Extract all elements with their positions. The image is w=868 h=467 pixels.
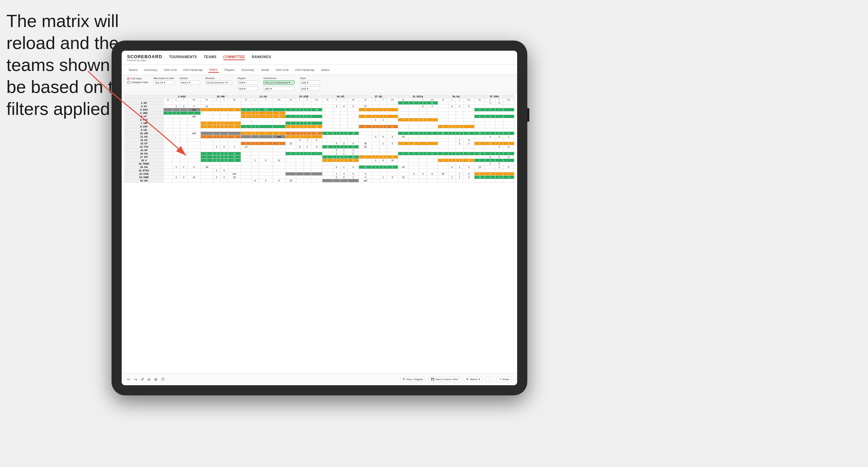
table-row: 15. UF010 (125, 149, 514, 152)
cell-19-0-l: 1 (172, 166, 180, 169)
team-select2[interactable]: (All) ▾ (300, 87, 320, 91)
cell-21-6-t: 3 (419, 172, 427, 176)
clock-icon[interactable]: ⏱ (161, 377, 165, 382)
cell-10-1-l: 1 (213, 135, 220, 139)
cell-12-7-l (448, 142, 456, 145)
cell-5-3-l (296, 118, 304, 122)
share-icon: ↗ (499, 378, 501, 381)
compact-view-radio[interactable]: Compact View (127, 81, 148, 84)
max-teams-label: Max teams in view (153, 77, 174, 79)
cell-6-7-l (448, 122, 456, 125)
cell-18-8-l: 1 (485, 162, 496, 166)
view-toggle: Full View Compact View (127, 77, 148, 84)
subnav-players[interactable]: Players (223, 68, 236, 72)
max-teams-select[interactable]: Top 25 ▾ (153, 80, 174, 85)
subnav-teams[interactable]: Teams (127, 68, 139, 72)
undo-icon[interactable]: ↩ (127, 377, 130, 382)
subnav-h2h-heatmap2[interactable]: H2H Heatmap (294, 68, 316, 72)
subnav-detail[interactable]: Detail (260, 68, 270, 72)
cell-12-1-t (220, 142, 228, 145)
redo-icon[interactable]: ↪ (134, 377, 137, 382)
cell-20-2-l (251, 169, 259, 172)
cell-8-5-dif (387, 128, 398, 132)
subnav-matrix2[interactable]: Matrix (320, 68, 331, 72)
refresh-icon[interactable]: ↺ (141, 377, 144, 382)
cell-13-5-dif (387, 145, 398, 149)
matrix-sub-corner (125, 98, 164, 101)
cell-23-4-w (322, 179, 333, 182)
cell-12-8-t: 0 (496, 142, 503, 145)
cell-17-5-t: 0 (379, 159, 387, 162)
sub-w-6: W (359, 98, 372, 101)
cell-16-5-dif: 10 (387, 155, 398, 159)
cell-15-1-l: 1 (213, 152, 220, 155)
cell-14-2-t (259, 149, 272, 152)
cell-6-7-t (456, 122, 463, 125)
nav-committee[interactable]: COMMITTEE (223, 55, 245, 60)
col-header-uo: 24. UO (322, 95, 359, 98)
cell-14-5-t (379, 149, 387, 152)
cell-7-5-t: 0 (379, 125, 387, 128)
full-view-radio[interactable]: Full View (127, 77, 148, 80)
conference-select[interactable]: Pac-12 Conference ▾ (263, 80, 294, 85)
cell-5-5-l: 1 (372, 118, 379, 122)
zoom-in-icon[interactable]: ⊕ (154, 377, 158, 382)
more-options-button[interactable]: ⋯ (486, 377, 493, 382)
nav-teams[interactable]: TEAMS (204, 55, 217, 60)
nav-rankings[interactable]: RANKINGS (252, 55, 271, 60)
cell-12-5-t: 1 (379, 142, 387, 145)
subnav-h2h-grid[interactable]: H2H Grid (163, 68, 178, 72)
cell-21-2-w (241, 172, 251, 176)
cell-21-8-w: 0 (475, 172, 485, 176)
row-label-23: 24. UO (125, 179, 164, 182)
cell-7-6-dif (427, 125, 438, 128)
nav-tournaments[interactable]: TOURNAMENTS (169, 55, 197, 60)
view-original-button[interactable]: 👁 View: Original (400, 377, 425, 382)
cell-5-1-t (220, 118, 228, 122)
zoom-out-icon[interactable]: ⊖ (147, 377, 151, 382)
cell-6-6-t (419, 122, 427, 125)
region-select[interactable]: N/A ▾ (238, 80, 258, 85)
subnav-matrix[interactable]: Matrix (208, 67, 219, 73)
cell-21-0-l (172, 172, 180, 176)
cell-16-3-dif (311, 155, 322, 159)
cell-3-7-w (438, 112, 448, 115)
cell-11-5-t (379, 139, 387, 142)
cell-21-0-w (163, 172, 172, 176)
row-label-18: 19. TAMU (125, 162, 164, 166)
cell-8-2-l (251, 128, 259, 132)
subnav-summary[interactable]: Summary (143, 68, 159, 72)
cell-17-6-w (398, 159, 409, 162)
save-custom-view-button[interactable]: 💾 Save Custom View (429, 377, 460, 382)
team-select[interactable]: (All) ▾ (300, 80, 320, 85)
cell-14-8-l (485, 149, 496, 152)
subnav-summary2[interactable]: Summary (240, 68, 256, 72)
conference-select2[interactable]: (All) ▾ (263, 87, 294, 91)
cell-21-7-l (448, 172, 456, 176)
sub-d-2: Dif (228, 98, 241, 101)
gender-select[interactable]: Men's ▾ (180, 80, 200, 85)
cell-20-3-dif (311, 169, 322, 172)
row-label-11: 12. UV (125, 139, 164, 142)
cell-9-3-w: 3 (286, 132, 296, 135)
gender-filter: Gender Men's ▾ (180, 77, 200, 85)
subnav-h2h-heatmap[interactable]: H2H Heatmap (182, 68, 204, 72)
cell-12-7-w (438, 142, 448, 145)
division-select[interactable]: NCAA Division I ▾ (206, 80, 233, 85)
cell-11-4-dif (348, 139, 359, 142)
cell-21-1-l (213, 172, 220, 176)
share-button[interactable]: ↗ Share (497, 377, 512, 382)
watch-button[interactable]: 👁 Watch ▾ (464, 377, 482, 382)
cell-20-0-l (172, 169, 180, 172)
cell-5-7-w (438, 118, 448, 122)
cell-2-0-l (172, 108, 180, 112)
cell-2-6-w (398, 108, 409, 112)
cell-15-2-l (251, 152, 259, 155)
cell-23-3-w: 29 (286, 179, 296, 182)
cell-7-2-w: 2 (241, 125, 251, 128)
cell-6-8-t (496, 122, 503, 125)
subnav-h2h-grid2[interactable]: H2H Grid (274, 68, 290, 72)
col-header-uw: 10. UW (200, 95, 241, 98)
region-select2[interactable]: N/A ▾ (238, 87, 258, 91)
cell-22-7-t: 1 (456, 176, 463, 179)
